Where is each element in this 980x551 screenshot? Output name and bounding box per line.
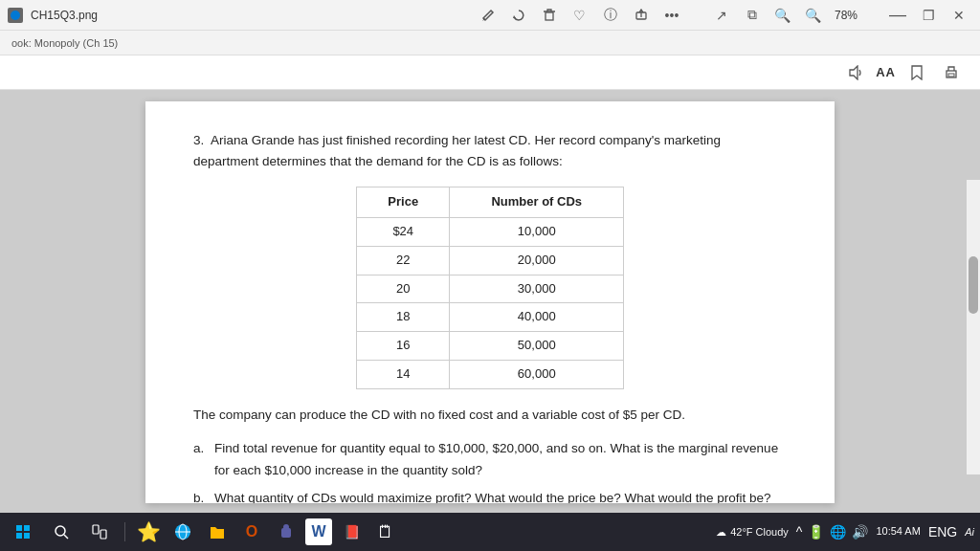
table-cell-qty: 10,000 [450, 217, 624, 246]
content-area: 3. Ariana Grande has just finished recor… [0, 90, 980, 513]
taskbar-app-acrobat[interactable]: 📕 [336, 517, 367, 547]
taskbar-app-pinned[interactable]: ⭐ [133, 517, 164, 547]
svg-rect-6 [16, 525, 22, 531]
question-number-label: 3. [193, 133, 204, 147]
maximize-button[interactable]: ❐ [915, 2, 942, 29]
search-button[interactable] [44, 515, 78, 549]
svg-point-18 [283, 524, 289, 530]
window-controls: ♡ ⓘ ••• ↗ ⧉ 🔍 🔍 78% — ❐ ✕ [475, 2, 972, 29]
task-view-button[interactable] [82, 515, 117, 549]
table-cell-price: 16 [357, 332, 450, 361]
table-row: 1460,000 [357, 360, 624, 388]
taskbar-app-word[interactable]: W [305, 518, 332, 545]
table-cell-price: 18 [357, 303, 450, 332]
taskbar-app-office[interactable]: O [236, 517, 267, 547]
table-row: 2030,000 [357, 275, 624, 303]
language-indicator[interactable]: ENG [928, 524, 957, 540]
svg-rect-5 [948, 74, 954, 77]
sub-q-text-b: What quantity of CDs would maximize prof… [214, 488, 771, 503]
table-cell-qty: 50,000 [450, 332, 624, 361]
close-button[interactable]: ✕ [946, 2, 972, 29]
question-block: 3. Ariana Grande has just finished recor… [193, 130, 787, 503]
table-cell-qty: 60,000 [450, 360, 624, 388]
question-text: 3. Ariana Grande has just finished recor… [193, 130, 787, 171]
zoom-search-icon[interactable]: 🔍 [769, 2, 796, 29]
multiwindow-icon[interactable]: ⧉ [739, 2, 766, 29]
breadcrumb: ook: Monopoly (Ch 15) [0, 31, 980, 55]
tray-icons: ^ 🔋 🌐 🔊 [796, 524, 869, 540]
sub-q-text-a: Find total revenue for quantity equal to… [214, 438, 787, 482]
ai-badge[interactable]: Ai [965, 526, 974, 538]
sub-questions: a. Find total revenue for quantity equal… [193, 438, 787, 503]
title-bar-filename: CH15Q3.png [31, 9, 475, 22]
taskbar-app-teams[interactable] [271, 517, 301, 547]
svg-rect-8 [16, 533, 22, 539]
taskbar-app-files[interactable] [202, 517, 233, 547]
sub-question-a: a. Find total revenue for quantity equal… [193, 438, 787, 482]
print-icon[interactable] [938, 59, 965, 86]
tray-battery[interactable]: 🔋 [808, 524, 824, 540]
taskbar-separator-1 [124, 522, 125, 541]
taskbar: ⭐ O W 📕 🗒 ☁ 42°F Cloudy ^ 🔋 🌐 🔊 [0, 513, 980, 551]
annotate-icon[interactable] [475, 2, 501, 29]
app-icon [8, 8, 23, 23]
text-options-button[interactable]: AA [876, 65, 896, 79]
weather-text: 42°F Cloudy [730, 526, 789, 538]
scrollbar-track[interactable] [967, 180, 980, 474]
svg-rect-12 [93, 525, 99, 534]
clock[interactable]: 10:54 AM [876, 524, 920, 539]
page-content: 3. Ariana Grande has just finished recor… [145, 101, 835, 503]
read-aloud-icon[interactable] [841, 59, 868, 86]
table-header-price: Price [357, 187, 450, 218]
taskbar-app-browser[interactable] [167, 517, 198, 547]
svg-rect-7 [24, 525, 30, 531]
share-icon[interactable] [628, 2, 655, 29]
time-display: 10:54 AM [876, 524, 920, 539]
svg-rect-13 [100, 530, 106, 539]
taskbar-app-notepad[interactable]: 🗒 [370, 517, 401, 547]
delete-icon[interactable] [536, 2, 563, 29]
table-cell-qty: 20,000 [450, 246, 624, 275]
more-icon[interactable]: ••• [658, 2, 685, 29]
sub-q-label-b: b. [193, 488, 209, 503]
svg-rect-9 [24, 533, 30, 539]
table-row: 1840,000 [357, 303, 624, 332]
table-cell-price: 14 [357, 360, 450, 388]
bookmark-icon[interactable] [903, 59, 930, 86]
svg-line-11 [64, 535, 68, 539]
breadcrumb-text: ook: Monopoly (Ch 15) [11, 37, 118, 49]
reader-toolbar: AA [0, 55, 980, 90]
taskbar-right: ☁ 42°F Cloudy ^ 🔋 🌐 🔊 10:54 AM ENG Ai [716, 524, 974, 540]
table-header-cds: Number of CDs [450, 187, 624, 218]
zoom-icon[interactable]: 🔍 [800, 2, 827, 29]
scrollbar-thumb[interactable] [969, 256, 978, 314]
table-row: $2410,000 [357, 217, 624, 246]
sub-q-label-a: a. [193, 438, 209, 460]
table-cell-price: $24 [357, 217, 450, 246]
table-cell-qty: 30,000 [450, 275, 624, 303]
info-icon[interactable]: ⓘ [597, 2, 624, 29]
tray-chevron[interactable]: ^ [796, 524, 803, 540]
expand-icon[interactable]: ↗ [708, 2, 735, 29]
rotate-icon[interactable] [505, 2, 532, 29]
start-button[interactable] [6, 515, 40, 549]
table-cell-qty: 40,000 [450, 303, 624, 332]
minimize-button[interactable]: — [884, 2, 911, 29]
tray-volume[interactable]: 🔊 [852, 524, 868, 540]
table-row: 1650,000 [357, 332, 624, 361]
svg-rect-1 [546, 12, 553, 20]
cost-text: The company can produce the CD with no f… [193, 405, 787, 426]
title-bar: CH15Q3.png ♡ ⓘ ••• ↗ ⧉ 🔍 🔍 78% [0, 0, 980, 31]
weather-icon: ☁ [716, 526, 726, 539]
table-row: 2220,000 [357, 246, 624, 275]
weather-display[interactable]: ☁ 42°F Cloudy [716, 526, 789, 539]
svg-point-0 [11, 11, 20, 20]
demand-table: Price Number of CDs $2410,0002220,000203… [356, 187, 624, 389]
table-cell-price: 22 [357, 246, 450, 275]
question-intro: Ariana Grande has just finished recordin… [193, 133, 721, 168]
sub-question-b: b. What quantity of CDs would maximize p… [193, 488, 787, 503]
favorite-icon[interactable]: ♡ [567, 2, 593, 29]
tray-network[interactable]: 🌐 [830, 524, 846, 540]
zoom-level: 78% [835, 9, 858, 22]
svg-point-10 [56, 526, 65, 536]
